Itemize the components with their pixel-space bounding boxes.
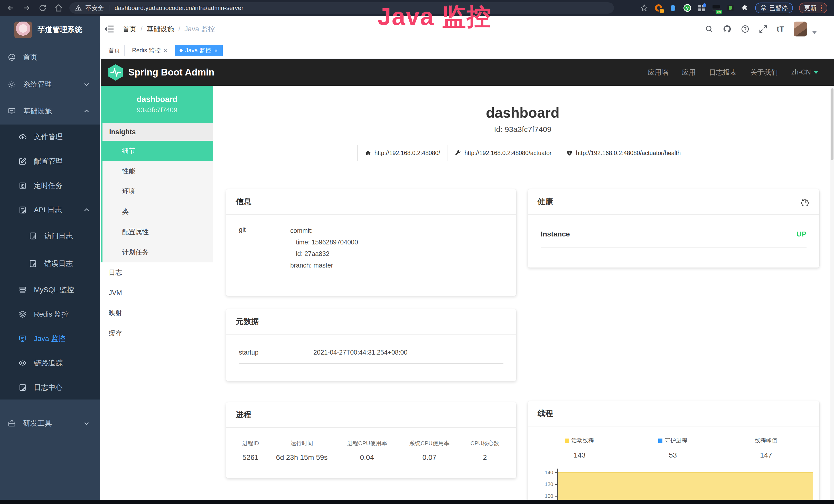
status-badge: UP	[796, 230, 807, 238]
github-icon[interactable]	[723, 25, 731, 33]
close-icon[interactable]	[163, 48, 168, 53]
sba-locale-select[interactable]: zh-CN	[791, 68, 818, 76]
scrollbar[interactable]	[830, 86, 834, 504]
edit-icon	[19, 157, 27, 165]
process-table: 进程ID 5261 运行时间 6d 23h 15m 59s	[226, 428, 516, 475]
scrollbar-thumb[interactable]	[831, 88, 833, 160]
sba-item-scheduled-tasks[interactable]: 计划任务	[103, 242, 213, 262]
browser-nav-buttons	[7, 4, 63, 12]
health-url-button[interactable]: http://192.168.0.2:48080/actuator/health	[559, 145, 688, 161]
sba-item-environment[interactable]: 环境	[103, 181, 213, 202]
sidebar-item-home[interactable]: 首页	[0, 44, 100, 71]
security-label[interactable]: 不安全	[85, 4, 104, 12]
sba-item-jvm[interactable]: JVM	[101, 283, 213, 303]
sidebar-item-file-management[interactable]: 文件管理	[0, 124, 100, 149]
sba-item-classes[interactable]: 类	[103, 202, 213, 222]
sba-insights-group: Insights 细节 性能 环境 类 配置属性 计划任务	[101, 123, 213, 262]
health-url: http://192.168.0.2:48080/actuator/health	[576, 150, 681, 157]
threads-chart: 140 120 100	[533, 466, 813, 504]
sba-item-config-props[interactable]: 配置属性	[103, 222, 213, 242]
sba-item-caches[interactable]: 缓存	[101, 323, 213, 344]
sidebar-collapse-icon[interactable]	[104, 24, 114, 33]
doc-edit-icon	[29, 232, 37, 240]
metadata-row-startup: startup 2021-04-27T00:44:31.254+08:00	[239, 349, 503, 364]
omnibox-divider	[109, 5, 109, 11]
card-title: 进程	[236, 410, 251, 420]
breadcrumb-separator: /	[140, 25, 142, 33]
sidebar-item-access-logs[interactable]: 访问日志	[0, 222, 100, 250]
sba-item-metrics[interactable]: 性能	[103, 161, 213, 181]
emoji-icon: 😀	[760, 4, 767, 12]
sidebar-item-tracing[interactable]: 链路追踪	[0, 351, 100, 375]
sba-instance-header[interactable]: dashboard 93a3fc7f7409	[101, 86, 213, 123]
extension-icon-leaf[interactable]	[726, 4, 734, 12]
help-icon[interactable]	[741, 25, 749, 33]
home-icon[interactable]	[54, 4, 63, 12]
breadcrumb-infra[interactable]: 基础设施	[147, 24, 174, 33]
sidebar-item-redis-monitor[interactable]: Redis 监控	[0, 302, 100, 326]
page-title: dashboard	[226, 104, 819, 121]
reload-icon[interactable]	[39, 4, 47, 12]
process-col-pid: 进程ID 5261	[233, 439, 268, 462]
process-col-cpus: CPU核心数 2	[460, 439, 510, 462]
sidebar-item-infra[interactable]: 基础设施	[0, 97, 100, 124]
extension-icon-grid[interactable]	[698, 4, 706, 12]
sidebar-item-label: 访问日志	[44, 231, 73, 241]
extension-icon-pin[interactable]	[669, 4, 677, 12]
actuator-url-button[interactable]: http://192.168.0.2:48080/actuator	[447, 145, 559, 161]
sidebar-item-dev-tools[interactable]: 研发工具	[0, 410, 100, 437]
browser-menu-icon[interactable]	[821, 5, 822, 11]
breadcrumb-home[interactable]: 首页	[123, 24, 136, 33]
sba-nav-about[interactable]: 关于我们	[750, 68, 778, 77]
font-size-icon[interactable]: tT	[777, 25, 785, 33]
tab-home[interactable]: 首页	[104, 45, 125, 56]
sidebar-item-api-logs[interactable]: API 日志	[0, 198, 100, 222]
back-icon[interactable]	[7, 4, 15, 12]
extension-icon-orange[interactable]	[655, 4, 663, 12]
url-text[interactable]: dashboard.yudao.iocoder.cn/infra/admin-s…	[114, 4, 243, 12]
fullscreen-icon[interactable]	[759, 25, 767, 33]
history-icon[interactable]	[801, 198, 810, 206]
app-logo-row[interactable]: 芋道管理系统	[0, 16, 100, 44]
metadata-value: 2021-04-27T00:44:31.254+08:00	[313, 349, 408, 356]
sidebar-item-mysql-monitor[interactable]: MySQL 监控	[0, 278, 100, 302]
paused-label: 已暂停	[769, 4, 788, 12]
browser-address-bar[interactable]: 不安全 dashboard.yudao.iocoder.cn/infra/adm…	[69, 2, 614, 14]
service-url-button[interactable]: http://192.168.0.2:48080/	[357, 145, 448, 161]
process-col-system-cpu: 系统CPU使用率 0.07	[399, 439, 460, 462]
sba-item-logs[interactable]: 日志	[101, 262, 213, 283]
extensions-puzzle-icon[interactable]	[741, 4, 749, 12]
extension-icon-dark-on[interactable]: on	[712, 4, 720, 12]
info-value: commit: time: 1596289704000 id: 27aa832 …	[290, 225, 358, 271]
sba-item-mappings[interactable]: 映射	[101, 303, 213, 323]
sidebar-item-config-management[interactable]: 配置管理	[0, 149, 100, 173]
sba-item-details[interactable]: 细节	[103, 141, 213, 161]
update-button[interactable]: 更新	[799, 3, 827, 13]
sba-nav-journal[interactable]: 日志报表	[709, 68, 737, 77]
doc-edit-icon	[29, 259, 37, 268]
tab-java-monitor[interactable]: Java 监控	[175, 45, 223, 56]
sidebar-menu: 首页 系统管理 基础设施 文件管理	[0, 44, 100, 504]
sba-nav-applications-wall[interactable]: 应用墙	[648, 68, 668, 77]
paused-badge[interactable]: 😀 已暂停	[755, 3, 793, 13]
sidebar-item-label: 基础设施	[23, 106, 52, 116]
search-icon[interactable]	[705, 25, 714, 33]
sidebar-item-error-logs[interactable]: 错误日志	[0, 250, 100, 278]
bookmark-star-icon[interactable]	[640, 4, 648, 12]
close-icon[interactable]	[214, 48, 218, 53]
sidebar-item-scheduled-jobs[interactable]: 定时任务	[0, 173, 100, 198]
tab-redis-monitor[interactable]: Redis 监控	[128, 45, 172, 56]
home-icon	[365, 150, 371, 156]
extension-icon-green-y[interactable]: y	[683, 4, 692, 12]
sidebar-item-system[interactable]: 系统管理	[0, 71, 100, 97]
sidebar-item-java-monitor[interactable]: Java 监控	[0, 326, 100, 351]
avatar[interactable]	[794, 22, 807, 37]
caret-down-icon[interactable]	[812, 31, 817, 34]
app-title: 芋道管理系统	[38, 25, 82, 35]
forward-icon[interactable]	[23, 4, 31, 12]
sba-brand[interactable]: Spring Boot Admin	[108, 64, 215, 81]
screen: Java 监控 不安全 dashboard.yudao.iocoder.cn/i…	[0, 0, 834, 504]
sidebar-item-log-center[interactable]: 日志中心	[0, 375, 100, 399]
sba-sidebar: dashboard 93a3fc7f7409 Insights 细节 性能 环境…	[101, 86, 213, 504]
sba-nav-applications[interactable]: 应用	[682, 68, 696, 77]
